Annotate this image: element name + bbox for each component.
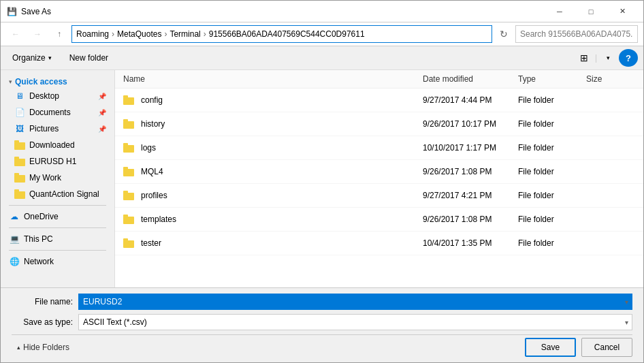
documents-icon: 📄 xyxy=(14,107,25,118)
table-row[interactable]: templates 9/26/2017 1:08 PM File folder xyxy=(115,208,643,232)
cancel-button[interactable]: Cancel xyxy=(581,338,632,357)
view-dropdown-button[interactable]: ▾ xyxy=(598,49,617,67)
refresh-button[interactable]: ↻ xyxy=(495,25,513,43)
sidebar-item-documents[interactable]: 📄 Documents 📌 xyxy=(1,104,114,121)
table-row[interactable]: profiles 9/27/2017 4:21 PM File folder xyxy=(115,184,643,208)
file-date-cell: 10/4/2017 1:35 PM xyxy=(420,232,515,255)
eurusd-folder-icon xyxy=(14,156,25,167)
svg-rect-19 xyxy=(123,215,128,217)
new-folder-button[interactable]: New folder xyxy=(63,50,114,65)
crumb-metaquotes[interactable]: MetaQuotes xyxy=(117,29,161,39)
file-size-cell xyxy=(583,232,638,255)
sidebar-item-desktop[interactable]: 🖥 Desktop 📌 xyxy=(1,88,114,104)
sidebar-item-label: Desktop xyxy=(29,91,59,101)
table-row[interactable]: logs 10/10/2017 1:17 PM File folder xyxy=(115,136,643,160)
sidebar-item-label: QuantAction Signal xyxy=(29,189,99,199)
pin-icon: 📌 xyxy=(98,109,106,116)
table-row[interactable]: MQL4 9/26/2017 1:08 PM File folder xyxy=(115,160,643,184)
table-row[interactable]: history 9/26/2017 10:17 PM File folder xyxy=(115,112,643,136)
file-type-cell: File folder xyxy=(515,89,583,112)
close-button[interactable]: ✕ xyxy=(607,1,638,22)
filename-label: File name: xyxy=(12,297,73,306)
folder-icon xyxy=(123,191,134,200)
window-title: Save As xyxy=(21,7,544,16)
search-input[interactable] xyxy=(515,25,638,43)
file-list: config 9/27/2017 4:44 PM File folder his… xyxy=(115,89,643,287)
forward-button[interactable]: → xyxy=(28,25,47,43)
quick-access-label: Quick access xyxy=(15,77,67,86)
sidebar-item-label: Documents xyxy=(29,108,71,117)
svg-rect-21 xyxy=(123,238,128,241)
savetype-select[interactable]: ASCII Text (*.csv) xyxy=(78,314,632,330)
sidebar-item-mywork[interactable]: My Work xyxy=(1,170,114,186)
organize-chevron-icon: ▾ xyxy=(48,54,52,61)
back-button[interactable]: ← xyxy=(6,25,25,43)
svg-rect-2 xyxy=(14,159,25,166)
file-date-cell: 9/26/2017 10:17 PM xyxy=(420,112,515,136)
save-button[interactable]: Save xyxy=(525,338,576,357)
action-bar: Organize ▾ New folder ⊞ | ▾ ? xyxy=(1,46,643,70)
title-bar: 💾 Save As ─ □ ✕ xyxy=(1,1,643,22)
up-button[interactable]: ↑ xyxy=(50,25,69,43)
col-name[interactable]: Name xyxy=(120,72,420,86)
minimize-button[interactable]: ─ xyxy=(544,1,575,22)
svg-rect-8 xyxy=(123,97,134,105)
svg-rect-4 xyxy=(14,175,25,183)
file-date-cell: 9/26/2017 1:08 PM xyxy=(420,208,515,231)
view-toggle-button[interactable]: ⊞ xyxy=(575,49,594,67)
sidebar-item-eurusd[interactable]: EURUSD H1 xyxy=(1,153,114,170)
folder-icon xyxy=(123,167,134,176)
table-row[interactable]: tester 10/4/2017 1:35 PM File folder xyxy=(115,232,643,255)
file-type-cell: File folder xyxy=(515,136,583,159)
file-date-cell: 9/27/2017 4:44 PM xyxy=(420,89,515,112)
crumb-terminal[interactable]: Terminal xyxy=(170,29,200,39)
address-bar[interactable]: Roaming › MetaQuotes › Terminal › 915566… xyxy=(71,25,492,43)
desktop-icon: 🖥 xyxy=(14,91,25,101)
maximize-button[interactable]: □ xyxy=(575,1,607,22)
col-type[interactable]: Type xyxy=(515,72,583,86)
svg-rect-20 xyxy=(123,240,134,248)
sidebar-item-pictures[interactable]: 🖼 Pictures 📌 xyxy=(1,121,114,137)
col-size[interactable]: Size xyxy=(583,72,638,86)
sidebar-item-downloaded[interactable]: Downloaded xyxy=(1,137,114,153)
file-size-cell xyxy=(583,112,638,136)
quantaction-folder-icon xyxy=(14,189,25,200)
network-icon: 🌐 xyxy=(9,256,20,267)
svg-rect-13 xyxy=(123,143,128,146)
organize-button[interactable]: Organize ▾ xyxy=(6,50,58,65)
file-date-cell: 9/27/2017 4:21 PM xyxy=(420,184,515,207)
svg-rect-18 xyxy=(123,217,134,224)
quick-access-header[interactable]: ▾ Quick access xyxy=(1,73,114,88)
svg-rect-1 xyxy=(14,140,19,143)
sidebar-item-onedrive[interactable]: ☁ OneDrive xyxy=(1,208,114,225)
svg-rect-5 xyxy=(14,173,19,176)
sidebar-item-label: Pictures xyxy=(29,124,59,133)
help-button[interactable]: ? xyxy=(619,49,638,67)
table-row[interactable]: config 9/27/2017 4:44 PM File folder xyxy=(115,89,643,112)
file-list-header[interactable]: Name Date modified Type Size xyxy=(115,70,643,89)
sidebar-item-label: Network xyxy=(24,257,54,266)
sidebar-item-label: Downloaded xyxy=(29,140,75,150)
col-date[interactable]: Date modified xyxy=(420,72,515,86)
file-type-cell: File folder xyxy=(515,208,583,231)
filename-row: File name: ▾ xyxy=(12,294,632,310)
sidebar-item-quantaction[interactable]: QuantAction Signal xyxy=(1,186,114,202)
svg-rect-6 xyxy=(14,191,25,199)
hide-folders-chevron-icon: ▴ xyxy=(17,344,20,351)
file-name-cell: profiles xyxy=(120,184,420,207)
filename-input[interactable] xyxy=(78,294,632,310)
bottom-footer: ▴ Hide Folders Save Cancel xyxy=(12,334,632,357)
hide-folders-toggle[interactable]: ▴ Hide Folders xyxy=(12,340,75,355)
sidebar-item-label: This PC xyxy=(24,234,53,244)
svg-rect-16 xyxy=(123,193,134,200)
sidebar-item-thispc[interactable]: 💻 This PC xyxy=(1,231,114,247)
svg-rect-3 xyxy=(14,157,19,159)
crumb-roaming[interactable]: Roaming xyxy=(76,29,109,39)
sidebar-item-network[interactable]: 🌐 Network xyxy=(1,253,114,270)
file-type-cell: File folder xyxy=(515,232,583,255)
quick-access-chevron-icon[interactable]: ▾ xyxy=(9,78,12,85)
thispc-icon: 💻 xyxy=(9,234,20,244)
crumb-folder[interactable]: 915566BA06ADA407569C544CC0D97611 xyxy=(209,29,365,39)
file-size-cell xyxy=(583,89,638,112)
file-type-cell: File folder xyxy=(515,184,583,207)
